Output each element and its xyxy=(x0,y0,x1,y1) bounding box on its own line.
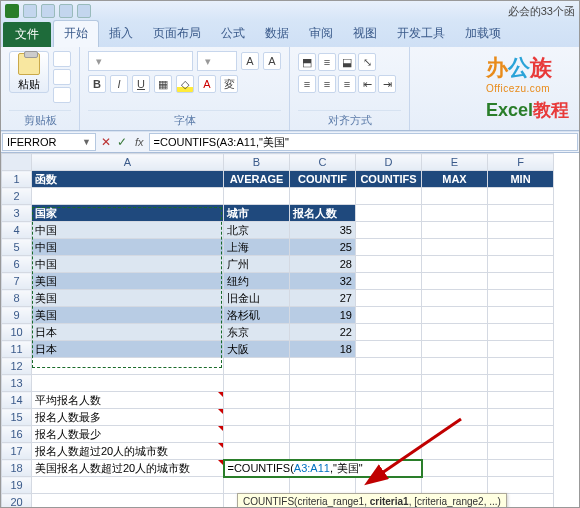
row-header[interactable]: 1 xyxy=(2,171,32,188)
cell[interactable]: 32 xyxy=(290,273,356,290)
cell[interactable]: 平均报名人数 xyxy=(32,392,224,409)
cell[interactable]: MAX xyxy=(422,171,488,188)
paste-button[interactable]: 粘贴 xyxy=(9,51,49,93)
cell[interactable] xyxy=(488,477,554,494)
cell[interactable]: COUNTIF xyxy=(290,171,356,188)
cell[interactable] xyxy=(422,188,488,205)
row-header[interactable]: 7 xyxy=(2,273,32,290)
row-header[interactable]: 2 xyxy=(2,188,32,205)
cell[interactable] xyxy=(422,409,488,426)
cell[interactable] xyxy=(290,375,356,392)
decrease-font-button[interactable]: A xyxy=(263,52,281,70)
cell[interactable] xyxy=(422,358,488,375)
cell[interactable] xyxy=(224,188,290,205)
qat-redo-icon[interactable] xyxy=(59,4,73,18)
cell[interactable] xyxy=(422,222,488,239)
cell[interactable] xyxy=(422,290,488,307)
cell[interactable]: 日本 xyxy=(32,341,224,358)
increase-font-button[interactable]: A xyxy=(241,52,259,70)
cell[interactable]: 东京 xyxy=(224,324,290,341)
cell[interactable] xyxy=(290,477,356,494)
cell[interactable] xyxy=(488,273,554,290)
cell[interactable] xyxy=(488,341,554,358)
cell[interactable] xyxy=(422,324,488,341)
cell[interactable] xyxy=(224,375,290,392)
cell[interactable] xyxy=(290,358,356,375)
cell[interactable] xyxy=(224,358,290,375)
align-right-button[interactable]: ≡ xyxy=(338,75,356,93)
cell[interactable] xyxy=(422,273,488,290)
cell[interactable]: 报名人数超过20人的城市数 xyxy=(32,443,224,460)
cell[interactable]: 上海 xyxy=(224,239,290,256)
cell[interactable]: 纽约 xyxy=(224,273,290,290)
row-header[interactable]: 15 xyxy=(2,409,32,426)
cell[interactable] xyxy=(356,409,422,426)
cell[interactable]: 大阪 xyxy=(224,341,290,358)
cell[interactable] xyxy=(488,256,554,273)
tab-file[interactable]: 文件 xyxy=(3,22,51,47)
cell[interactable] xyxy=(488,222,554,239)
cell[interactable]: 报名人数最少 xyxy=(32,426,224,443)
row-header[interactable]: 4 xyxy=(2,222,32,239)
cell[interactable] xyxy=(422,341,488,358)
cell[interactable] xyxy=(488,205,554,222)
underline-button[interactable]: U xyxy=(132,75,150,93)
cell[interactable] xyxy=(224,477,290,494)
row-header[interactable]: 11 xyxy=(2,341,32,358)
cell[interactable] xyxy=(356,324,422,341)
col-header-A[interactable]: A xyxy=(32,154,224,171)
cell[interactable]: 美国 xyxy=(32,273,224,290)
spreadsheet-grid[interactable]: A B C D E F 1 函数 AVERAGE COUNTIF COUNTIF… xyxy=(1,153,554,508)
tab-review[interactable]: 审阅 xyxy=(299,21,343,47)
format-painter-button[interactable] xyxy=(53,87,71,103)
col-header-D[interactable]: D xyxy=(356,154,422,171)
cell[interactable] xyxy=(356,443,422,460)
tab-data[interactable]: 数据 xyxy=(255,21,299,47)
cell[interactable]: 中国 xyxy=(32,239,224,256)
cell[interactable] xyxy=(488,392,554,409)
phonetic-button[interactable]: 変 xyxy=(220,75,238,93)
cell[interactable]: 25 xyxy=(290,239,356,256)
fx-icon[interactable]: fx xyxy=(131,132,148,152)
cell[interactable] xyxy=(356,273,422,290)
name-box[interactable]: IFERROR ▼ xyxy=(2,133,96,151)
cell[interactable]: 洛杉矶 xyxy=(224,307,290,324)
align-middle-button[interactable]: ≡ xyxy=(318,53,336,71)
align-center-button[interactable]: ≡ xyxy=(318,75,336,93)
tab-insert[interactable]: 插入 xyxy=(99,21,143,47)
cell[interactable] xyxy=(356,307,422,324)
row-header[interactable]: 6 xyxy=(2,256,32,273)
font-size-dropdown[interactable]: ▾ xyxy=(197,51,237,71)
cell[interactable] xyxy=(422,205,488,222)
cell[interactable] xyxy=(422,375,488,392)
cell[interactable]: 27 xyxy=(290,290,356,307)
qat-save-icon[interactable] xyxy=(23,4,37,18)
quick-access-toolbar[interactable] xyxy=(23,4,91,18)
cell[interactable] xyxy=(290,443,356,460)
active-cell-editing[interactable]: =COUNTIFS(A3:A11,"美国" xyxy=(224,460,422,477)
cell[interactable] xyxy=(356,426,422,443)
border-button[interactable]: ▦ xyxy=(154,75,172,93)
cell[interactable] xyxy=(356,222,422,239)
row-header[interactable]: 13 xyxy=(2,375,32,392)
tab-pagelayout[interactable]: 页面布局 xyxy=(143,21,211,47)
cell[interactable]: 日本 xyxy=(32,324,224,341)
col-header-F[interactable]: F xyxy=(488,154,554,171)
cell[interactable] xyxy=(488,324,554,341)
col-header-E[interactable]: E xyxy=(422,154,488,171)
italic-button[interactable]: I xyxy=(110,75,128,93)
fill-color-button[interactable]: ◇ xyxy=(176,75,194,93)
row-header[interactable]: 19 xyxy=(2,477,32,494)
row-header[interactable]: 18 xyxy=(2,460,32,477)
worksheet-area[interactable]: A B C D E F 1 函数 AVERAGE COUNTIF COUNTIF… xyxy=(1,153,579,508)
cell[interactable] xyxy=(290,188,356,205)
row-header[interactable]: 12 xyxy=(2,358,32,375)
row-header[interactable]: 3 xyxy=(2,205,32,222)
cell[interactable] xyxy=(32,375,224,392)
cell[interactable] xyxy=(32,188,224,205)
bold-button[interactable]: B xyxy=(88,75,106,93)
enter-formula-button[interactable]: ✓ xyxy=(117,135,127,149)
cell[interactable]: 广州 xyxy=(224,256,290,273)
cell[interactable]: 函数 xyxy=(32,171,224,188)
select-all-corner[interactable] xyxy=(2,154,32,171)
